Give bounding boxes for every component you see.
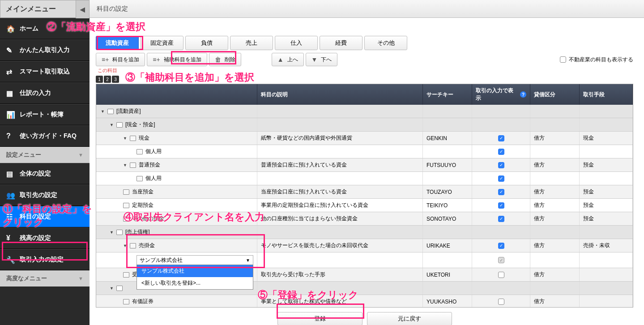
search-key: YUUKASHO xyxy=(423,295,472,308)
sidebar-item-account-settings[interactable]: ☷科目の設定 xyxy=(0,206,90,227)
tab-expenses[interactable]: 経費 xyxy=(320,36,363,50)
collapse-icon[interactable]: ▼ xyxy=(110,230,114,235)
account-table: 科目の説明 サーチキー 取引の入力で表示? 貸借区分 取引手段 ▼[流動資産] … xyxy=(96,84,633,308)
people-icon: 👥 xyxy=(6,191,15,200)
collapse-icon[interactable]: ▼ xyxy=(123,244,127,248)
sidebar-item-home[interactable]: 🏠ホーム xyxy=(0,18,90,39)
show-checkbox[interactable] xyxy=(498,135,504,141)
chevron-down-icon: ▼ xyxy=(78,152,83,158)
collapse-icon[interactable]: ▼ xyxy=(110,123,114,127)
show-checkbox[interactable] xyxy=(498,149,504,155)
sidebar-label-guide: 使い方ガイド・FAQ xyxy=(20,132,77,140)
sidebar-item-smart-import[interactable]: ⇄スマート取引取込 xyxy=(0,61,90,82)
tab-purchases[interactable]: 仕入 xyxy=(275,36,318,50)
register-button[interactable]: 登録 xyxy=(277,312,363,325)
drcr: 借方 xyxy=(530,239,580,252)
group-receivables[interactable]: ▼[売上債権] xyxy=(96,226,633,239)
show-checkbox[interactable] xyxy=(498,299,504,305)
folder-icon xyxy=(116,286,123,291)
move-up-label: 上へ xyxy=(287,56,298,64)
add-account-button[interactable]: ≡+科目を追加 xyxy=(96,53,145,66)
footer-buttons: 登録 元に戻す xyxy=(96,308,633,325)
row-cash-personal[interactable]: 個人用 xyxy=(96,145,633,158)
move-up-button[interactable]: ▲上へ xyxy=(272,53,304,66)
row-checking[interactable]: 当座預金当座預金口座に預け入れている資金TOUZAYO借方預金 xyxy=(96,185,633,199)
tab-sales[interactable]: 売上 xyxy=(230,36,273,50)
row-securities[interactable]: 有価証券事業として取得した株式や債券などYUUKASHO借方 xyxy=(96,295,633,308)
tab-other[interactable]: その他 xyxy=(364,36,407,50)
row-accounts-receivable[interactable]: ▼売掛金モノやサービスを販売した場合の未回収代金URIKAKE借方売掛・未収 xyxy=(96,239,633,252)
account-name: 現金 xyxy=(139,134,149,142)
sidebar-item-balance-settings[interactable]: ¥残高の設定 xyxy=(0,227,90,249)
row-fixed-deposit[interactable]: 定期預金事業用の定期預金口座に預け入れている資金TEIKIYO借方預金 xyxy=(96,199,633,212)
sidebar-item-client-settings[interactable]: 👥取引先の設定 xyxy=(0,184,90,206)
revert-button[interactable]: 元に戻す xyxy=(367,312,452,325)
show-checkbox[interactable] xyxy=(498,162,504,168)
delete-label: 削除 xyxy=(225,56,235,64)
account-name: 当座預金 xyxy=(132,188,154,196)
client-option-1[interactable]: サンプル株式会社 xyxy=(137,265,253,277)
step-1: 1 xyxy=(96,76,103,83)
move-down-button[interactable]: ▼下へ xyxy=(306,53,338,66)
account-desc: 事業用の定期預金口座に預け入れている資金 xyxy=(257,199,423,212)
method: 預金 xyxy=(580,212,633,225)
add-subaccount-label: 補助科目を追加 xyxy=(164,56,201,64)
help-badge-icon[interactable]: ? xyxy=(520,91,526,98)
sidebar-item-easy-entry[interactable]: ✎かんたん取引入力 xyxy=(0,39,90,61)
show-checkbox[interactable] xyxy=(498,202,504,209)
advanced-menu-header[interactable]: 高度なメニュー▼ xyxy=(0,270,90,287)
sidebar-item-overall-settings[interactable]: ▤全体の設定 xyxy=(0,163,90,184)
sidebar-item-guide[interactable]: ?使い方ガイド・FAQ xyxy=(0,125,90,147)
sidebar-label-journal: 仕訳の入力 xyxy=(20,89,51,97)
show-realestate-checkbox[interactable] xyxy=(560,56,566,63)
sidebar-item-reports[interactable]: 📊レポート・帳簿 xyxy=(0,104,90,125)
sidebar: メインメニュー ◀ 🏠ホーム ✎かんたん取引入力 ⇄スマート取引取込 ▦仕訳の入… xyxy=(0,0,90,325)
collapse-icon[interactable]: ▼ xyxy=(123,136,127,141)
col-drcr: 貸借区分 xyxy=(530,84,580,105)
tab-current-assets[interactable]: 流動資産 xyxy=(96,36,139,50)
collapse-icon[interactable]: ▼ xyxy=(101,109,105,114)
group-cash-deposits[interactable]: ▼[現金・預金] xyxy=(96,118,633,132)
row-ordinary[interactable]: ▼普通預金普通預金口座に預け入れている資金FUTSUUYO借方預金 xyxy=(96,158,633,172)
delete-button[interactable]: 🗑削除 xyxy=(209,53,241,66)
row-other-deposit[interactable]: その他の預金他の口座種別に当てはまらない預金資金SONOTAYO借方預金 xyxy=(96,212,633,226)
client-option-new[interactable]: <新しい取引先を登録>... xyxy=(137,277,253,289)
account-name: 個人用 xyxy=(145,148,162,155)
trash-icon: 🗑 xyxy=(215,56,221,63)
col-name xyxy=(96,84,257,105)
account-desc: 紙幣・硬貨などの国内通貨や外国通貨 xyxy=(257,132,423,145)
collapse-sidebar-button[interactable]: ◀ xyxy=(76,0,89,18)
doc-icon xyxy=(130,243,136,248)
account-desc: 他の口座種別に当てはまらない預金資金 xyxy=(257,212,423,225)
sidebar-item-entry-settings[interactable]: 🔧取引入力の設定 xyxy=(0,249,90,270)
show-checkbox[interactable] xyxy=(498,189,504,195)
client-select-input[interactable]: サンプル株式会社 ▼ サンプル株式会社 <新しい取引先を登録>... xyxy=(136,255,253,265)
show-checkbox[interactable] xyxy=(498,257,504,263)
row-ordinary-personal[interactable]: 個人用 xyxy=(96,172,633,185)
doc-icon xyxy=(130,136,136,141)
tab-liabilities[interactable]: 負債 xyxy=(185,36,228,50)
sidebar-label-smart: スマート取引取込 xyxy=(20,68,70,76)
group-current-assets[interactable]: ▼[流動資産] xyxy=(96,105,633,118)
group-label: [現金・預金] xyxy=(125,121,155,128)
method: 預金 xyxy=(580,158,633,171)
sidebar-item-journal-entry[interactable]: ▦仕訳の入力 xyxy=(0,82,90,104)
step-3: 3 xyxy=(112,76,119,83)
add-sub-icon: ≡+ xyxy=(153,56,160,63)
add-subaccount-button[interactable]: ≡+補助科目を追加 xyxy=(147,53,207,66)
row-cash[interactable]: ▼現金紙幣・硬貨などの国内通貨や外国通貨GENKIN借方現金 xyxy=(96,132,633,145)
collapse-icon[interactable]: ▼ xyxy=(123,163,127,167)
show-checkbox[interactable] xyxy=(498,175,504,182)
show-checkbox[interactable] xyxy=(498,216,504,222)
main-menu-header: メインメニュー ◀ xyxy=(0,0,90,18)
collapse-icon[interactable]: ▼ xyxy=(110,286,114,291)
sidebar-label-overall: 全体の設定 xyxy=(20,170,51,178)
row-client-select[interactable]: サンプル株式会社 ▼ サンプル株式会社 <新しい取引先を登録>... xyxy=(96,252,633,268)
account-name: 個人用 xyxy=(145,175,162,182)
tab-fixed-assets[interactable]: 固定資産 xyxy=(141,36,183,50)
settings-menu-header[interactable]: 設定メニュー▼ xyxy=(0,147,90,163)
add-icon: ≡+ xyxy=(102,56,109,63)
category-tabs: 流動資産 固定資産 負債 売上 仕入 経費 その他 xyxy=(96,36,633,50)
show-checkbox[interactable] xyxy=(498,243,504,249)
show-checkbox[interactable] xyxy=(498,272,504,278)
